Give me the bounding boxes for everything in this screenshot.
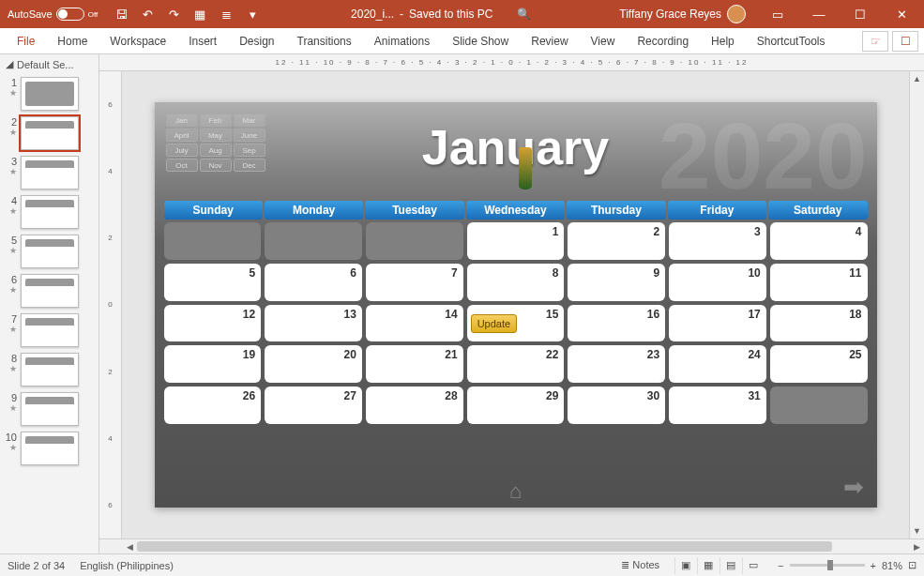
minimize-icon[interactable]: — bbox=[800, 0, 838, 28]
ribbon-display-icon[interactable]: ▭ bbox=[759, 0, 796, 28]
tab-shortcuttools[interactable]: ShortcutTools bbox=[746, 28, 837, 54]
zoom-slider[interactable] bbox=[790, 564, 865, 567]
zoom-out-icon[interactable]: − bbox=[778, 560, 783, 571]
next-arrow-icon[interactable]: ➡ bbox=[843, 473, 864, 502]
calendar-cell[interactable]: 30 bbox=[568, 387, 665, 424]
calendar-cell-empty[interactable] bbox=[366, 222, 463, 260]
fit-window-icon[interactable]: ⊡ bbox=[908, 559, 916, 571]
thumb-image bbox=[21, 235, 79, 268]
calendar-cell[interactable]: 11 bbox=[770, 264, 868, 301]
normal-view-icon[interactable]: ▣ bbox=[674, 557, 695, 574]
calendar-cell[interactable]: 25 bbox=[770, 345, 868, 383]
comments-button[interactable]: ☐ bbox=[892, 31, 918, 52]
section-header[interactable]: ◢ Default Se... bbox=[0, 54, 98, 74]
slide-thumb-3[interactable]: 3★ bbox=[0, 153, 98, 192]
tab-help[interactable]: Help bbox=[700, 28, 746, 54]
zoom-in-icon[interactable]: + bbox=[871, 560, 876, 571]
calendar-cell-empty[interactable] bbox=[265, 222, 362, 260]
more-icon[interactable]: ▾ bbox=[242, 4, 263, 24]
maximize-icon[interactable]: ☐ bbox=[841, 0, 879, 28]
sorter-view-icon[interactable]: ▦ bbox=[697, 557, 718, 574]
start-slideshow-icon[interactable]: ▦ bbox=[189, 4, 210, 24]
slideshow-view-icon[interactable]: ▭ bbox=[742, 557, 763, 574]
calendar-cell[interactable]: 10 bbox=[669, 264, 766, 301]
calendar-cell[interactable]: 31 bbox=[669, 387, 766, 424]
calendar-cell[interactable]: 5 bbox=[164, 264, 262, 301]
calendar-cell[interactable]: 24 bbox=[669, 345, 766, 383]
calendar-cell[interactable]: 29 bbox=[467, 387, 565, 424]
calendar-cell[interactable]: 16 bbox=[568, 305, 665, 342]
calendar-cell[interactable]: 15Update bbox=[467, 305, 565, 342]
calendar-cell[interactable]: 7 bbox=[366, 264, 463, 301]
home-icon[interactable]: ⌂ bbox=[509, 479, 522, 504]
calendar-cell[interactable]: 12 bbox=[164, 305, 262, 342]
slide-thumb-5[interactable]: 5★ bbox=[0, 232, 98, 271]
scroll-track[interactable] bbox=[910, 86, 924, 523]
scroll-down-icon[interactable]: ▼ bbox=[910, 523, 924, 538]
slide-thumb-8[interactable]: 8★ bbox=[0, 350, 98, 389]
calendar-cell[interactable]: 3 bbox=[669, 222, 766, 260]
slide-thumb-4[interactable]: 4★ bbox=[0, 192, 98, 232]
calendar-cell[interactable]: 14 bbox=[366, 305, 463, 342]
vertical-scrollbar[interactable]: ▲ ▼ bbox=[909, 71, 924, 538]
calendar-cell[interactable]: 28 bbox=[366, 387, 463, 424]
autosave-toggle[interactable]: AutoSave Off bbox=[8, 8, 98, 21]
tab-design[interactable]: Design bbox=[228, 28, 285, 54]
tab-file[interactable]: File bbox=[6, 28, 46, 54]
slide-thumb-2[interactable]: 2★ bbox=[0, 114, 98, 153]
tab-review[interactable]: Review bbox=[520, 28, 579, 54]
calendar-cell[interactable]: 1 bbox=[467, 222, 565, 260]
tab-home[interactable]: Home bbox=[46, 28, 98, 54]
slide-thumb-10[interactable]: 10★ bbox=[0, 429, 98, 468]
calendar-cell[interactable]: 13 bbox=[265, 305, 362, 342]
scroll-thumb[interactable] bbox=[137, 541, 832, 552]
scroll-left-icon[interactable]: ◀ bbox=[122, 539, 137, 553]
zoom-level[interactable]: 81% bbox=[882, 560, 902, 571]
calendar-cell[interactable]: 26 bbox=[164, 387, 262, 424]
tab-view[interactable]: View bbox=[580, 28, 627, 54]
tab-insert[interactable]: Insert bbox=[177, 28, 228, 54]
scroll-right-icon[interactable]: ▶ bbox=[909, 539, 924, 553]
slide-canvas[interactable]: 2020 JanFebMarAprilMayJuneJulyAugSepOctN… bbox=[122, 71, 909, 538]
reading-view-icon[interactable]: ▤ bbox=[720, 557, 740, 574]
slide-counter[interactable]: Slide 2 of 34 bbox=[8, 560, 65, 571]
calendar-cell[interactable]: 23 bbox=[568, 345, 665, 383]
tab-recording[interactable]: Recording bbox=[626, 28, 700, 54]
scroll-track-h[interactable] bbox=[137, 539, 909, 553]
tab-slideshow[interactable]: Slide Show bbox=[441, 28, 520, 54]
calendar-cell[interactable]: 4 bbox=[770, 222, 868, 260]
share-button[interactable]: ☞ bbox=[862, 31, 888, 52]
calendar-cell[interactable]: 20 bbox=[265, 345, 362, 383]
account-button[interactable]: Tiffany Grace Reyes bbox=[619, 5, 746, 23]
calendar-cell-empty[interactable] bbox=[770, 387, 868, 424]
language-button[interactable]: English (Philippines) bbox=[80, 560, 174, 571]
slide-thumb-6[interactable]: 6★ bbox=[0, 271, 98, 311]
scroll-up-icon[interactable]: ▲ bbox=[910, 71, 924, 86]
calendar-cell[interactable]: 21 bbox=[366, 345, 463, 383]
calendar-cell[interactable]: 8 bbox=[467, 264, 565, 301]
save-icon[interactable]: 🖫 bbox=[111, 4, 131, 24]
calendar-cell[interactable]: 22 bbox=[467, 345, 565, 383]
calendar-cell[interactable]: 19 bbox=[164, 345, 262, 383]
close-icon[interactable]: ✕ bbox=[883, 0, 920, 28]
tab-animations[interactable]: Animations bbox=[363, 28, 441, 54]
calendar-cell-empty[interactable] bbox=[164, 222, 262, 260]
slide-thumb-1[interactable]: 1★ bbox=[0, 74, 98, 114]
redo-icon[interactable]: ↷ bbox=[163, 4, 184, 24]
calendar-cell[interactable]: 6 bbox=[265, 264, 362, 301]
calendar-cell[interactable]: 27 bbox=[265, 387, 362, 424]
search-icon[interactable]: 🔍 bbox=[517, 8, 531, 21]
calendar-cell[interactable]: 9 bbox=[568, 264, 665, 301]
calendar-cell[interactable]: 17 bbox=[669, 305, 766, 342]
horizontal-scrollbar[interactable]: ◀ ▶ bbox=[99, 538, 924, 553]
slide-thumb-7[interactable]: 7★ bbox=[0, 311, 98, 350]
list-icon[interactable]: ≣ bbox=[216, 4, 236, 24]
update-tag[interactable]: Update bbox=[471, 314, 517, 333]
notes-button[interactable]: ≣ Notes bbox=[621, 559, 659, 571]
tab-workspace[interactable]: Workspace bbox=[98, 28, 177, 54]
undo-icon[interactable]: ↶ bbox=[137, 4, 158, 24]
calendar-cell[interactable]: 18 bbox=[770, 305, 868, 342]
slide-thumb-9[interactable]: 9★ bbox=[0, 389, 98, 429]
tab-transitions[interactable]: Transitions bbox=[286, 28, 363, 54]
calendar-cell[interactable]: 2 bbox=[568, 222, 665, 260]
